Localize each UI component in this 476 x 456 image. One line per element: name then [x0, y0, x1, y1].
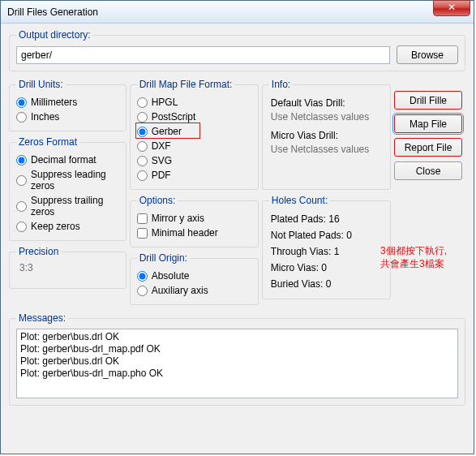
options-legend: Options:	[137, 195, 178, 206]
radio-inches[interactable]: Inches	[16, 110, 119, 124]
window-title: Drill Files Generation	[7, 6, 98, 18]
info-netclasses-2: Use Netclasses values	[269, 144, 384, 155]
drill-units-legend: Drill Units:	[16, 79, 66, 90]
messages-legend: Messages:	[16, 312, 68, 324]
map-format-group: Drill Map File Format: HPGL PostScript G…	[130, 79, 259, 190]
radio-suppress-trailing[interactable]: Suppress trailing zeros	[16, 193, 119, 219]
messages-box[interactable]: Plot: gerber\bus.drl OK Plot: gerber\bus…	[16, 329, 458, 398]
options-group: Options: Mirror y axis Minimal header	[130, 195, 259, 247]
drill-units-group: Drill Units: Millimeters Inches	[9, 79, 127, 131]
radio-millimeters[interactable]: Millimeters	[16, 95, 119, 110]
holes-plated: Plated Pads: 16	[269, 211, 384, 227]
holes-not-plated: Not Plated Pads: 0	[269, 227, 384, 243]
left-column: Drill Units: Millimeters Inches Zeros Fo…	[9, 76, 127, 310]
radio-suppress-leading[interactable]: Suppress leading zeros	[16, 167, 119, 193]
radio-gerber[interactable]: Gerber	[137, 124, 251, 139]
map-format-legend: Drill Map File Format:	[137, 79, 235, 90]
info-legend: Info:	[269, 79, 293, 90]
holes-through: Through Vias: 1	[269, 243, 384, 260]
output-directory-input[interactable]	[16, 46, 390, 64]
close-button[interactable]: Close	[394, 161, 462, 180]
report-file-button[interactable]: Report File	[394, 138, 462, 157]
radio-absolute[interactable]: Absolute	[137, 269, 251, 283]
holes-count-group: Holes Count: Plated Pads: 16 Not Plated …	[262, 195, 391, 299]
content-area: Output directory: Browse Drill Units: Mi…	[1, 24, 474, 454]
buttons-column: Drill Fille Map File Report File Close	[394, 76, 465, 310]
info-group: Info: Default Vias Drill: Use Netclasses…	[262, 79, 391, 190]
check-mirror-y[interactable]: Mirror y axis	[137, 211, 251, 226]
titlebar[interactable]: Drill Files Generation ✕	[1, 1, 474, 24]
precision-legend: Precision	[16, 246, 61, 257]
precision-value: 3:3	[16, 262, 119, 273]
zeros-format-group: Zeros Format Decimal format Suppress lea…	[9, 136, 127, 241]
radio-pdf[interactable]: PDF	[137, 168, 251, 183]
radio-dxf[interactable]: DXF	[137, 139, 251, 153]
radio-postscript[interactable]: PostScript	[137, 110, 251, 124]
radio-svg[interactable]: SVG	[137, 153, 251, 168]
radio-decimal[interactable]: Decimal format	[16, 153, 119, 167]
drill-file-button[interactable]: Drill Fille	[394, 91, 462, 110]
window-frame: Drill Files Generation ✕ Output director…	[0, 0, 474, 454]
info-micro-vias: Micro Vias Drill:	[269, 127, 384, 144]
holes-buried: Buried Vias: 0	[269, 276, 384, 292]
message-line: Plot: gerber\bus.drl OK	[20, 331, 454, 343]
output-legend: Output directory:	[16, 29, 93, 41]
browse-button[interactable]: Browse	[397, 45, 458, 64]
messages-group: Messages: Plot: gerber\bus.drl OK Plot: …	[9, 312, 465, 406]
output-directory-group: Output directory: Browse	[9, 29, 465, 71]
info-column: Info: Default Vias Drill: Use Netclasses…	[262, 76, 391, 310]
precision-group: Precision 3:3	[9, 246, 127, 289]
radio-hpgl[interactable]: HPGL	[137, 95, 251, 110]
middle-column: Drill Map File Format: HPGL PostScript G…	[130, 76, 259, 310]
origin-legend: Drill Origin:	[137, 252, 190, 264]
info-netclasses-1: Use Netclasses values	[269, 111, 384, 123]
annotation-text: 3個都按下執行, 共會產生3檔案	[380, 244, 457, 270]
holes-legend: Holes Count:	[269, 195, 330, 206]
radio-aux-axis[interactable]: Auxiliary axis	[137, 283, 251, 298]
holes-micro: Micro Vias: 0	[269, 260, 384, 276]
zeros-legend: Zeros Format	[16, 136, 79, 148]
map-file-button[interactable]: Map File	[394, 114, 462, 133]
check-minimal-header[interactable]: Minimal header	[137, 226, 251, 240]
close-icon[interactable]: ✕	[433, 0, 470, 16]
message-line: Plot: gerber\bus.drl OK	[20, 355, 454, 368]
message-line: Plot: gerber\bus-drl_map.pdf OK	[20, 343, 454, 355]
drill-origin-group: Drill Origin: Absolute Auxiliary axis	[130, 252, 259, 305]
message-line: Plot: gerber\bus-drl_map.pho OK	[20, 368, 454, 380]
columns: Drill Units: Millimeters Inches Zeros Fo…	[9, 76, 465, 310]
info-default-vias: Default Vias Drill:	[269, 95, 384, 111]
radio-keep-zeros[interactable]: Keep zeros	[16, 219, 119, 234]
